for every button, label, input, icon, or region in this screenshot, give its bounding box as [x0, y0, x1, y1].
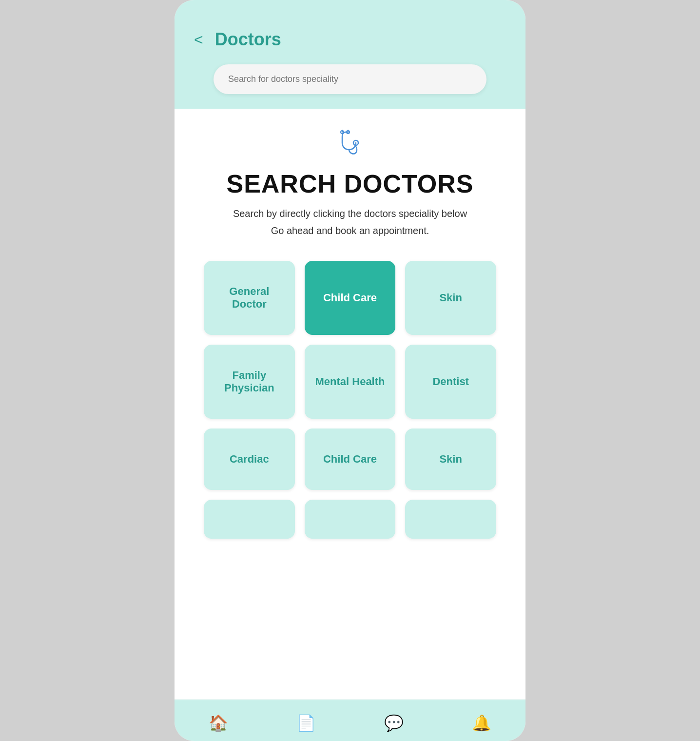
- speciality-row-3: Cardiac Child Care Skin: [204, 429, 496, 490]
- speciality-row-1: General Doctor Child Care Skin: [204, 261, 496, 335]
- back-button[interactable]: <: [194, 32, 203, 47]
- speciality-child-care-1[interactable]: Child Care: [305, 261, 396, 335]
- search-bar-container: [175, 64, 525, 109]
- file-icon: 📄: [296, 714, 316, 732]
- nav-messages[interactable]: 💬: [374, 710, 413, 736]
- speciality-partial-1[interactable]: [204, 500, 295, 539]
- speciality-skin-1[interactable]: Skin: [405, 261, 496, 335]
- bell-icon: 🔔: [472, 714, 491, 732]
- nav-notifications[interactable]: 🔔: [462, 710, 501, 736]
- main-content: SEARCH DOCTORS Search by directly clicki…: [175, 109, 525, 700]
- speciality-dentist[interactable]: Dentist: [405, 345, 496, 419]
- phone-container: < Doctors SEARCH DOCTORS Search by direc…: [175, 0, 525, 741]
- bottom-nav: 🏠 📄 💬 🔔: [175, 700, 525, 741]
- speciality-child-care-2[interactable]: Child Care: [305, 429, 396, 490]
- search-heading: SEARCH DOCTORS: [226, 169, 473, 198]
- speciality-mental-health[interactable]: Mental Health: [305, 345, 396, 419]
- nav-records[interactable]: 📄: [287, 710, 326, 736]
- book-appointment-text: Go ahead and book an appointment.: [271, 225, 429, 236]
- speciality-family-physician[interactable]: Family Physician: [204, 345, 295, 419]
- home-icon: 🏠: [209, 714, 228, 732]
- search-input[interactable]: [214, 64, 486, 94]
- header: < Doctors: [175, 0, 525, 64]
- speciality-skin-2[interactable]: Skin: [405, 429, 496, 490]
- speciality-row-2: Family Physician Mental Health Dentist: [204, 345, 496, 419]
- page-title: Doctors: [215, 29, 281, 50]
- nav-home[interactable]: 🏠: [199, 710, 238, 736]
- speciality-cardiac[interactable]: Cardiac: [204, 429, 295, 490]
- speciality-general-doctor[interactable]: General Doctor: [204, 261, 295, 335]
- search-subtitle: Search by directly clicking the doctors …: [233, 208, 467, 219]
- stethoscope-icon: [335, 128, 365, 169]
- speciality-partial-2[interactable]: [305, 500, 396, 539]
- speciality-partial-3[interactable]: [405, 500, 496, 539]
- chat-icon: 💬: [384, 714, 404, 732]
- speciality-row-partial: [204, 500, 496, 539]
